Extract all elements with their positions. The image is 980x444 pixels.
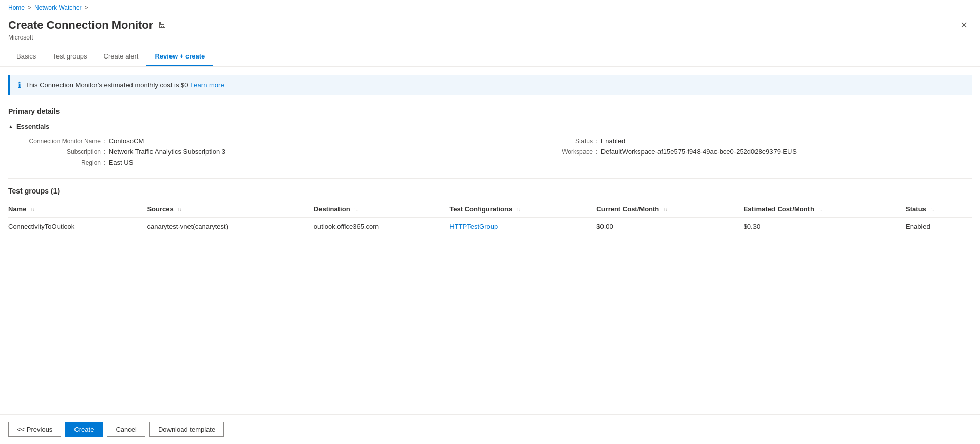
chevron-up-icon: ▲	[8, 124, 13, 129]
breadcrumb-sep2: >	[85, 4, 88, 11]
cell-destination: outlook.office365.com	[314, 218, 450, 236]
field-value-region: East US	[109, 159, 134, 166]
cell-status: Enabled	[906, 218, 972, 236]
home-link[interactable]: Home	[8, 4, 25, 11]
cell-sources: canarytest-vnet(canarytest)	[147, 218, 313, 236]
breadcrumb: Home > Network Watcher >	[0, 0, 980, 15]
learn-more-link[interactable]: Learn more	[190, 81, 224, 89]
section-divider	[8, 178, 972, 179]
page-subtitle: Microsoft	[0, 33, 980, 45]
sort-destination-icon[interactable]: ↑↓	[354, 208, 358, 212]
test-groups-title: Test groups (1)	[8, 183, 972, 201]
field-monitor-name: Connection Monitor Name : ContosoCM	[8, 136, 480, 146]
field-label-region: Region	[8, 159, 101, 166]
essentials-header[interactable]: ▲ Essentials	[8, 120, 972, 133]
primary-details-title: Primary details	[8, 103, 972, 120]
tab-review-create[interactable]: Review + create	[146, 47, 213, 66]
test-groups-section: Test groups (1) Name ↑↓ Sources ↑↓ Desti…	[0, 183, 980, 236]
col-destination: Destination ↑↓	[314, 201, 450, 218]
info-banner: ℹ This Connection Monitor's estimated mo…	[8, 75, 972, 95]
essentials-grid: Connection Monitor Name : ContosoCM Subs…	[0, 133, 980, 174]
save-icon[interactable]: 🖫	[158, 21, 166, 30]
field-status: Status : Enabled	[500, 136, 972, 146]
field-label-monitor-name: Connection Monitor Name	[8, 138, 101, 145]
info-text: This Connection Monitor's estimated mont…	[25, 81, 224, 89]
tabs-container: BasicsTest groupsCreate alertReview + cr…	[0, 47, 980, 67]
col-name: Name ↑↓	[8, 201, 147, 218]
sort-estimatedcost-icon[interactable]: ↑↓	[818, 208, 822, 212]
col-status: Status ↑↓	[906, 201, 972, 218]
close-button[interactable]: ✕	[956, 17, 972, 33]
primary-details-section: Primary details ▲ Essentials	[0, 103, 980, 133]
sort-status-icon[interactable]: ↑↓	[930, 208, 934, 212]
essentials-left: Connection Monitor Name : ContosoCM Subs…	[8, 136, 480, 168]
field-subscription: Subscription : Network Traffic Analytics…	[8, 146, 480, 157]
field-value-subscription: Network Traffic Analytics Subscription 3	[109, 148, 225, 156]
col-current-cost: Current Cost/Month ↑↓	[596, 201, 743, 218]
cell-name: ConnectivityToOutlook	[8, 218, 147, 236]
table-row: ConnectivityToOutlook canarytest-vnet(ca…	[8, 218, 972, 236]
tab-create-alert[interactable]: Create alert	[96, 47, 147, 66]
network-watcher-link[interactable]: Network Watcher	[34, 4, 82, 11]
sort-sources-icon[interactable]: ↑↓	[177, 208, 181, 212]
col-estimated-cost: Estimated Cost/Month ↑↓	[744, 201, 906, 218]
field-label-status: Status	[500, 138, 593, 145]
sort-currentcost-icon[interactable]: ↑↓	[663, 208, 667, 212]
tab-basics[interactable]: Basics	[8, 47, 44, 66]
sort-testconfig-icon[interactable]: ↑↓	[516, 208, 520, 212]
cell-test-config[interactable]: HTTPTestGroup	[449, 218, 596, 236]
test-groups-table: Name ↑↓ Sources ↑↓ Destination ↑↓ Test C…	[8, 201, 972, 236]
cell-current-cost: $0.00	[596, 218, 743, 236]
tab-test-groups[interactable]: Test groups	[44, 47, 95, 66]
field-value-monitor-name: ContosoCM	[109, 137, 144, 145]
breadcrumb-sep1: >	[28, 4, 31, 11]
field-label-workspace: Workspace	[500, 148, 593, 156]
table-body: ConnectivityToOutlook canarytest-vnet(ca…	[8, 218, 972, 236]
field-region: Region : East US	[8, 157, 480, 168]
field-value-status: Enabled	[601, 137, 626, 145]
field-value-workspace: DefaultWorkspace-af15e575-f948-49ac-bce0…	[601, 148, 797, 156]
table-header: Name ↑↓ Sources ↑↓ Destination ↑↓ Test C…	[8, 201, 972, 218]
field-label-subscription: Subscription	[8, 148, 101, 156]
cell-estimated-cost: $0.30	[744, 218, 906, 236]
essentials-label: Essentials	[16, 123, 49, 130]
col-sources: Sources ↑↓	[147, 201, 313, 218]
sort-name-icon[interactable]: ↑↓	[30, 208, 34, 212]
page-title: Create Connection Monitor	[8, 18, 153, 32]
col-test-config: Test Configurations ↑↓	[449, 201, 596, 218]
field-workspace: Workspace : DefaultWorkspace-af15e575-f9…	[500, 146, 972, 157]
essentials-right: Status : Enabled Workspace : DefaultWork…	[500, 136, 972, 168]
info-icon: ℹ	[18, 80, 21, 90]
